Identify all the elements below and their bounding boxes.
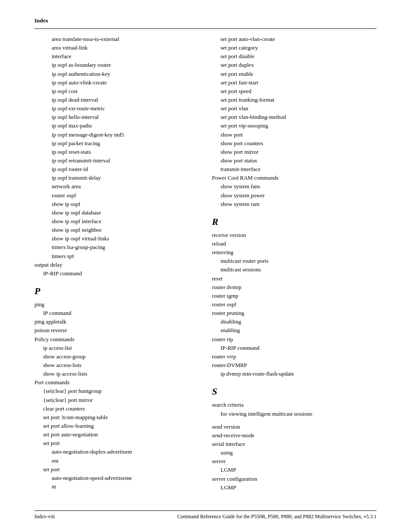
list-item: area virtual-link	[52, 44, 199, 52]
list-item: receive version	[212, 231, 377, 240]
list-item: server configuration	[212, 475, 377, 483]
list-item: show access-lists	[43, 361, 199, 370]
list-item: set port auto-negotiation	[43, 430, 199, 439]
list-item: output delay	[34, 261, 199, 269]
list-item: nt	[52, 482, 199, 491]
list-item: multicast sessions	[221, 265, 377, 274]
list-item: Power Cool RAM commands	[212, 174, 377, 182]
list-item: set port duplex	[221, 61, 377, 69]
page-title: Index	[34, 17, 48, 24]
list-item: set port vtp-snooping	[221, 121, 377, 130]
list-item: send version	[212, 423, 377, 431]
list-item: show ip ospf database	[52, 208, 199, 217]
list-item: show port counters	[221, 139, 377, 148]
list-item: clear port counters	[43, 404, 199, 413]
list-item: show ip ospf	[52, 200, 199, 208]
list-item: router ospf	[212, 300, 377, 309]
list-item: set port	[43, 439, 199, 448]
list-item: serial interface	[212, 440, 377, 448]
list-item: set port auto-vlan-create	[221, 35, 377, 44]
list-item: reset	[212, 274, 377, 283]
list-item: router pruning	[212, 309, 377, 317]
list-item: IP-RIP command	[221, 344, 377, 352]
list-item: set port disable	[221, 52, 377, 61]
list-item: enabling	[221, 326, 377, 335]
list-item: using	[221, 448, 377, 457]
list-item: search criteria	[212, 401, 377, 409]
list-item: server	[212, 457, 377, 466]
content-columns: area translate-nssa-to-externalarea virt…	[34, 35, 377, 492]
list-item: ip ospf auto-vlink-create	[52, 78, 199, 87]
list-item: send-receive-mode	[212, 431, 377, 440]
page-header: Index	[34, 17, 377, 24]
list-item: router vrrp	[212, 352, 377, 361]
list-item: ip ospf max-paths	[52, 121, 199, 130]
list-item: auto-negotiation-speed-advertiseme	[52, 474, 199, 482]
list-item: set port fast-start	[221, 78, 377, 87]
list-item: ip ospf packet tracing	[52, 139, 199, 148]
list-item: ip ospf cost	[52, 87, 199, 96]
list-item: LGMP	[221, 466, 377, 474]
list-item: S	[212, 384, 377, 399]
list-item: ip ospf retransmit-interval	[52, 156, 199, 165]
list-item: ip access-list	[43, 344, 199, 352]
list-item: LGMP	[221, 483, 377, 492]
list-item: set port	[43, 465, 199, 474]
left-column: area translate-nssa-to-externalarea virt…	[34, 35, 199, 492]
list-item: ip ospf dead-interval	[52, 96, 199, 104]
list-item: reload	[212, 240, 377, 248]
list-item: router igmp	[212, 292, 377, 300]
list-item: Port commands	[34, 378, 199, 387]
list-item: show port mirror	[221, 148, 377, 156]
list-item: show ip access-lists	[43, 370, 199, 378]
list-item: show ip ospf virtual-links	[52, 234, 199, 243]
list-item: set port category	[221, 44, 377, 52]
list-item: ip ospf reset-stats	[52, 148, 199, 156]
footer-rule	[34, 510, 377, 511]
list-item	[212, 418, 377, 423]
list-item: router ospf	[52, 191, 199, 200]
list-item: {set|clear} port huntgroup	[43, 387, 199, 395]
list-item: router-DVMRP	[212, 361, 377, 370]
footer-content: Index-viii Command Reference Guide for t…	[34, 513, 377, 520]
list-item: ent	[52, 457, 199, 465]
list-item: removing	[212, 248, 377, 257]
list-item: set port speed	[221, 87, 377, 96]
list-item: router rip	[212, 335, 377, 344]
list-item: router dvmrp	[212, 283, 377, 292]
page: Index area translate-nssa-to-externalare…	[0, 0, 411, 532]
list-item: interface	[52, 52, 199, 61]
list-item: ip ospf authentication-key	[52, 70, 199, 78]
list-item: P	[34, 284, 199, 299]
list-item: auto-negotiation-duplex-advertisem	[52, 448, 199, 456]
list-item: show system fans	[221, 182, 377, 191]
list-item: ip ospf transmit-delay	[52, 174, 199, 182]
list-item: ping appletalk	[34, 317, 199, 326]
list-item: multicast router ports	[221, 257, 377, 265]
list-item: IP-RIP command	[43, 269, 199, 278]
list-item: timers lsa-group-pacing	[52, 243, 199, 252]
list-item: network area	[52, 182, 199, 191]
list-item: for viewing intelligent multicast sessio…	[221, 410, 377, 418]
list-item: show ip ospf neighbor	[52, 226, 199, 234]
list-item: ip ospf message-digest-key md5	[52, 131, 199, 139]
list-item: Policy commands	[34, 335, 199, 344]
list-item: area translate-nssa-to-external	[52, 35, 199, 44]
right-column: set port auto-vlan-createset port catego…	[212, 35, 377, 492]
list-item: ping	[34, 300, 199, 309]
page-footer: Index-viii Command Reference Guide for t…	[0, 510, 411, 520]
list-item: show port status	[221, 156, 377, 165]
list-item: show system power	[221, 191, 377, 200]
list-item: set port vlan-binding-method	[221, 113, 377, 121]
list-item: R	[212, 215, 377, 229]
list-item: set port 3com-mapping-table	[43, 413, 199, 422]
header-rule	[34, 28, 377, 29]
list-item: {set|clear} port mirror	[43, 396, 199, 404]
list-item: show port	[221, 131, 377, 139]
list-item: ip ospf ext-route-metric	[52, 104, 199, 113]
list-item: show ip ospf interface	[52, 217, 199, 226]
list-item: ip dvmrp min-route-flash-update	[221, 370, 377, 378]
list-item: ip ospf as-boundary router	[52, 61, 199, 69]
list-item: poison reverse	[34, 326, 199, 335]
list-item: set port allow-learning	[43, 422, 199, 430]
